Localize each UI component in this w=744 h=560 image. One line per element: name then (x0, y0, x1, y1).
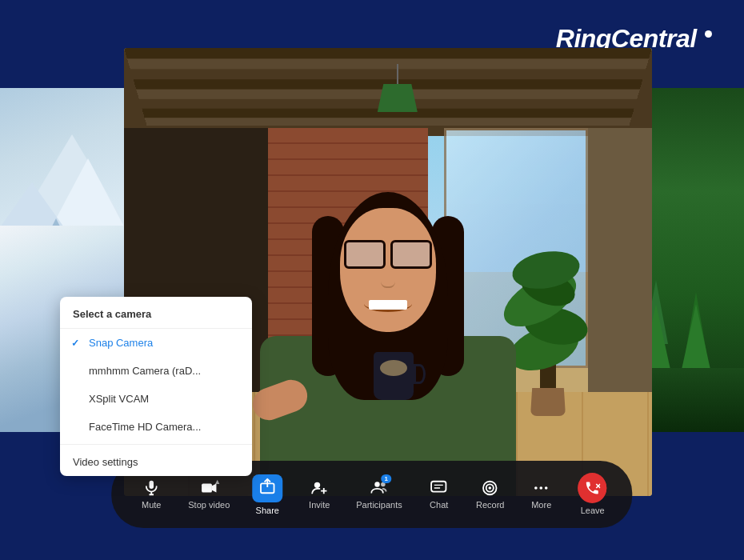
share-button[interactable]: Share (242, 470, 292, 520)
record-button[interactable]: Record (466, 474, 514, 514)
stop-video-button[interactable]: ▲ Stop video (178, 474, 239, 514)
svg-point-18 (540, 486, 543, 490)
mic-icon (142, 479, 160, 497)
invite-label: Invite (309, 500, 330, 510)
camera-option-facetime[interactable]: FaceTime HD Camera... (60, 413, 252, 441)
camera-option-snap[interactable]: Snap Camera (60, 329, 252, 357)
camera-dropdown: Select a camera Snap Camera mmhmm Camera… (60, 297, 252, 476)
svg-rect-3 (202, 484, 212, 493)
camera-option-mmhmm[interactable]: mmhmm Camera (raD... (60, 357, 252, 385)
mute-button[interactable]: Mute (127, 474, 175, 514)
video-icon: ▲ (200, 479, 218, 497)
record-label: Record (476, 500, 504, 510)
svg-point-6 (314, 482, 320, 488)
stop-video-label: Stop video (188, 500, 230, 510)
svg-point-19 (545, 486, 548, 490)
leave-button[interactable]: Leave (569, 469, 617, 520)
chat-label: Chat (430, 500, 448, 510)
camera-option-xsplit[interactable]: XSplit VCAM (60, 385, 252, 413)
participants-button[interactable]: 1 Participants (346, 474, 411, 514)
participants-icon: 1 (370, 479, 388, 497)
more-icon (533, 479, 550, 497)
more-button[interactable]: More (518, 474, 566, 514)
chat-icon (430, 479, 448, 497)
invite-button[interactable]: Invite (295, 474, 343, 514)
record-icon (482, 479, 499, 497)
share-icon (252, 474, 282, 502)
leave-label: Leave (581, 506, 605, 515)
leave-icon (578, 474, 607, 502)
share-label: Share (256, 506, 279, 515)
svg-point-9 (374, 482, 379, 486)
svg-point-17 (534, 486, 538, 490)
svg-point-16 (489, 486, 492, 490)
svg-rect-0 (150, 481, 154, 489)
svg-rect-11 (432, 482, 446, 492)
dropdown-divider (60, 444, 252, 445)
more-label: More (531, 500, 551, 510)
mute-label: Mute (142, 500, 161, 510)
chat-button[interactable]: Chat (415, 474, 463, 514)
dropdown-title: Select a camera (60, 297, 252, 329)
participants-label: Participants (356, 500, 402, 510)
video-settings-link[interactable]: Video settings (60, 448, 252, 476)
right-background-panel (648, 88, 744, 432)
invite-icon (310, 479, 328, 497)
